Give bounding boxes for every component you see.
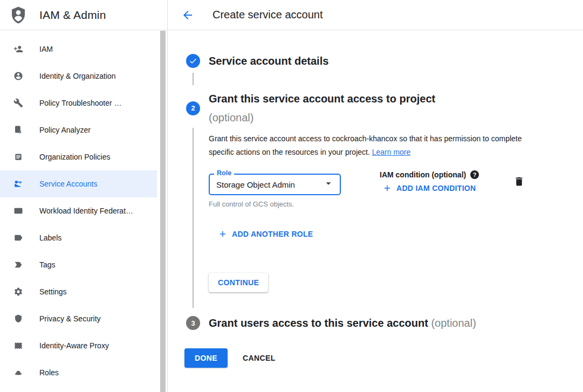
step2-body: Grant this service account access to coc… xyxy=(186,128,583,308)
sidebar-item-label: Policy Troubleshooter … xyxy=(39,99,122,107)
sidebar-item-service-accounts[interactable]: Service Accounts xyxy=(0,170,157,197)
page-header: Create service account xyxy=(168,0,583,30)
step1-complete-check-icon xyxy=(186,54,200,68)
sidebar-item-roles[interactable]: Roles xyxy=(0,359,157,386)
plus-icon xyxy=(218,229,228,239)
sidebar-item-label: Roles xyxy=(39,368,59,377)
role-helper-text: Full control of GCS objects. xyxy=(209,200,341,208)
sidebar-nav: IAM Identity & Organization Policy Troub… xyxy=(0,30,168,392)
sidebar-item-label: Workload Identity Federat… xyxy=(39,207,133,215)
step2-title: Grant this service account access to pro… xyxy=(209,92,435,106)
hat-icon xyxy=(13,368,23,377)
form-actions: DONE CANCEL xyxy=(184,348,583,368)
step1-header: Service account details xyxy=(186,54,583,68)
step2-description: Grant this service account access to coc… xyxy=(209,132,528,159)
done-button[interactable]: DONE xyxy=(184,348,228,368)
document-lines-icon xyxy=(13,152,23,162)
help-icon[interactable]: ? xyxy=(470,170,479,179)
sidebar-item-identity-organization[interactable]: Identity & Organization xyxy=(0,63,157,90)
gear-icon xyxy=(13,287,23,297)
back-arrow-icon[interactable] xyxy=(181,9,194,22)
sidebar-item-iam[interactable]: IAM xyxy=(0,36,157,63)
step3-optional-label: (optional) xyxy=(431,317,476,329)
sidebar-item-identity-aware-proxy[interactable]: Identity-Aware Proxy xyxy=(0,332,157,359)
sidebar-item-settings[interactable]: Settings xyxy=(0,278,157,305)
step2-header: 2 Grant this service account access to p… xyxy=(186,92,583,125)
step3-title: Grant users access to this service accou… xyxy=(209,316,476,330)
step2-optional-label: (optional) xyxy=(209,111,435,125)
learn-more-link[interactable]: Learn more xyxy=(372,148,411,156)
add-iam-condition-label: ADD IAM CONDITION xyxy=(396,184,476,192)
document-gear-icon xyxy=(13,125,23,135)
step1-title: Service account details xyxy=(209,54,328,68)
sidebar-item-organization-policies[interactable]: Organization Policies xyxy=(0,143,157,170)
stepper-rail xyxy=(186,128,200,308)
sidebar-item-label: Labels xyxy=(39,233,61,242)
sidebar-item-label: Identity-Aware Proxy xyxy=(39,341,109,350)
iam-condition-section: IAM condition (optional) ? ADD IAM CONDI… xyxy=(380,170,494,195)
sidebar-item-policy-analyzer[interactable]: Policy Analyzer xyxy=(0,116,157,143)
sidebar-item-label: Privacy & Security xyxy=(39,314,101,323)
role-field-label: Role xyxy=(214,169,234,177)
sidebar-item-label: IAM xyxy=(39,45,53,53)
role-row: Role Storage Object Admin Full control o… xyxy=(209,174,528,208)
add-another-role-label: ADD ANOTHER ROLE xyxy=(232,230,313,238)
iam-admin-shield-icon xyxy=(10,6,26,24)
continue-button[interactable]: CONTINUE xyxy=(209,273,268,292)
top-bar: IAM & Admin Create service account xyxy=(0,0,583,30)
person-add-icon xyxy=(13,44,23,54)
sidebar-item-label: Tags xyxy=(39,260,56,269)
label-tag-icon xyxy=(13,233,23,243)
sidebar-item-labels[interactable]: Labels xyxy=(0,224,157,251)
role-selected-value: Storage Object Admin xyxy=(216,180,323,189)
sidebar-item-label: Identity & Organization xyxy=(39,72,116,80)
create-service-account-form: Service account details 2 Grant this ser… xyxy=(168,30,583,392)
product-title: IAM & Admin xyxy=(39,9,106,22)
wrench-icon xyxy=(13,98,23,108)
delete-role-trash-icon[interactable] xyxy=(513,176,525,189)
step3-number-badge: 3 xyxy=(186,316,200,330)
stepper-connector xyxy=(186,73,200,85)
sidebar-item-workload-identity-federation[interactable]: Workload Identity Federat… xyxy=(0,197,157,224)
sidebar-item-label: Policy Analyzer xyxy=(39,126,91,134)
role-select[interactable]: Role Storage Object Admin xyxy=(209,174,341,195)
iam-condition-label: IAM condition (optional) xyxy=(380,170,466,179)
product-header: IAM & Admin xyxy=(0,0,168,30)
chevron-down-icon xyxy=(323,177,334,191)
id-card-icon xyxy=(13,206,23,216)
plus-icon xyxy=(382,183,392,193)
sidebar-item-tags[interactable]: Tags xyxy=(0,251,157,278)
account-circle-icon xyxy=(13,71,23,81)
sidebar-item-policy-troubleshooter[interactable]: Policy Troubleshooter … xyxy=(0,90,157,116)
sidebar-item-label: Service Accounts xyxy=(39,180,97,188)
step3-title-text: Grant users access to this service accou… xyxy=(209,317,428,329)
sidebar-scrollbar[interactable] xyxy=(160,31,167,392)
sidebar-item-label: Settings xyxy=(39,287,67,296)
sidebar-item-label: Organization Policies xyxy=(39,153,111,161)
add-iam-condition-button[interactable]: ADD IAM CONDITION xyxy=(382,183,476,193)
page-title: Create service account xyxy=(212,9,323,21)
shield-icon xyxy=(13,314,23,324)
service-account-key-icon xyxy=(13,179,23,189)
tag-arrow-icon xyxy=(13,260,23,270)
proxy-grid-icon xyxy=(13,341,23,350)
cancel-button[interactable]: CANCEL xyxy=(243,354,276,362)
step3-header: 3 Grant users access to this service acc… xyxy=(186,316,583,330)
step2-number-badge: 2 xyxy=(186,101,200,115)
step2-description-text: Grant this service account access to coc… xyxy=(209,134,522,156)
add-another-role-button[interactable]: ADD ANOTHER ROLE xyxy=(218,229,313,239)
sidebar-scrollbar-thumb[interactable] xyxy=(160,31,166,392)
sidebar-item-privacy-security[interactable]: Privacy & Security xyxy=(0,305,157,332)
